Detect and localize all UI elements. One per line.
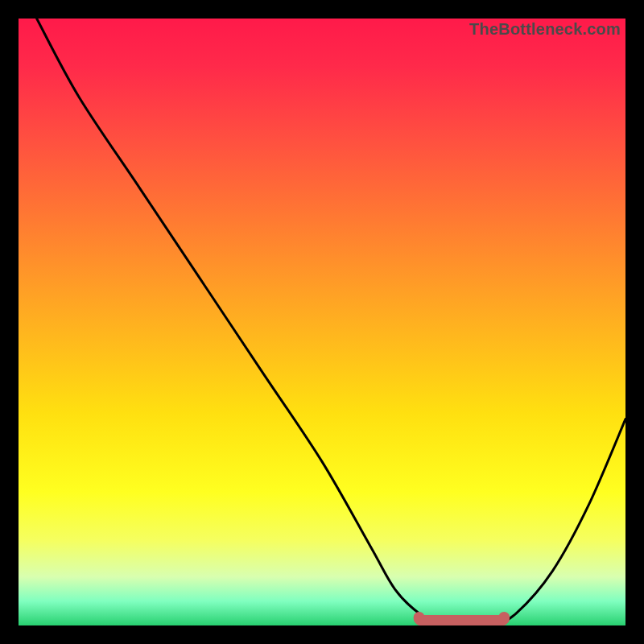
minimum-marker [419,617,505,621]
chart-frame: TheBottleneck.com [0,0,644,644]
bottleneck-curve [37,19,625,625]
plot-area: TheBottleneck.com [19,19,625,625]
curve-layer [19,19,625,625]
